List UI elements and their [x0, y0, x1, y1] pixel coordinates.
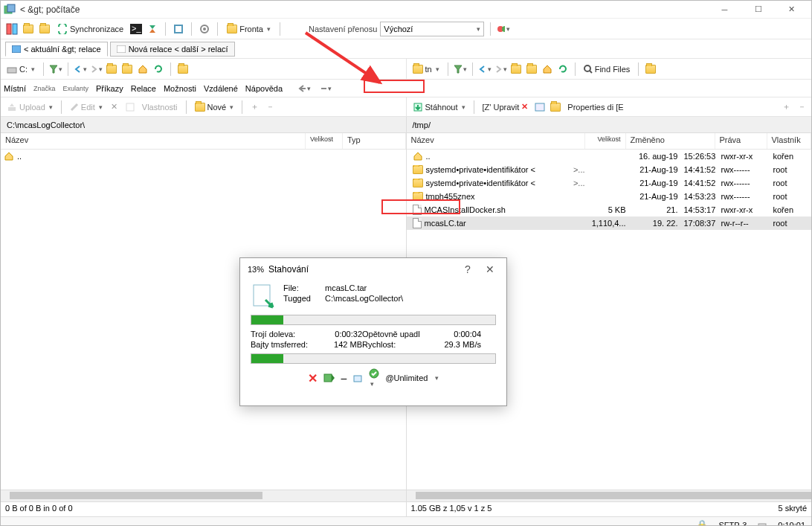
nav-fwd-icon[interactable]: ▾ — [318, 82, 332, 95]
dlg-time-value: 0:00:32 — [318, 330, 362, 339]
menu-options[interactable]: Možnosti — [164, 84, 196, 93]
menu-mark[interactable]: Značka — [33, 85, 56, 92]
local-actions: Upload▾ Edit▾ ✕ Vlastnosti Nové▾ ＋ － — [1, 97, 406, 116]
new-button[interactable]: Nové▾ — [192, 101, 237, 113]
dlg-skip-icon[interactable] — [323, 373, 335, 383]
local-up-folder-icon[interactable] — [105, 62, 118, 76]
upload-button[interactable]: Upload▾ — [4, 101, 56, 113]
remote-plus-icon[interactable]: ＋ — [779, 100, 793, 114]
dlg-speed-icon[interactable]: ▾ — [369, 368, 379, 388]
sync-folder2-icon[interactable] — [38, 22, 51, 36]
dlg-minimize-icon[interactable]: – — [341, 372, 347, 384]
rcol-name[interactable]: Název — [407, 133, 585, 149]
svg-rect-20 — [758, 524, 766, 527]
props-icon[interactable] — [123, 100, 137, 114]
edit-button[interactable]: Edit▾ — [67, 101, 106, 113]
svg-rect-1 — [7, 4, 15, 12]
rcol-changed[interactable]: Změněno — [626, 133, 715, 149]
rcol-rights[interactable]: Práva — [715, 133, 767, 149]
col-name[interactable]: Název — [1, 133, 306, 149]
terminal-icon[interactable]: >_ — [129, 22, 143, 36]
remote-refresh-icon[interactable] — [556, 62, 570, 76]
local-filter-icon[interactable]: ▾ — [49, 62, 62, 76]
local-home-icon[interactable] — [136, 62, 149, 76]
menu-local[interactable]: Místní — [4, 84, 26, 93]
table-row[interactable]: ..16. aug-1915:26:53rwxr-xr-xkořen — [407, 150, 812, 163]
dlg-background-icon[interactable] — [352, 373, 363, 383]
local-sync-icon[interactable] — [176, 62, 190, 76]
minus-icon[interactable]: － — [263, 100, 277, 114]
local-back-icon[interactable]: ▾ — [74, 62, 87, 76]
remote-h-scroll[interactable] — [407, 490, 812, 501]
remote-up-folder-icon[interactable] — [509, 62, 523, 76]
gear-icon[interactable] — [198, 22, 211, 36]
remote-path[interactable]: /tmp/ — [406, 117, 812, 133]
queue-button[interactable]: Fronta▾ — [224, 23, 274, 35]
table-row[interactable]: systemd•private•identifikátor <>...21-Au… — [407, 163, 812, 176]
find-files-button[interactable]: Find Files — [581, 63, 634, 75]
col-type[interactable]: Typ — [343, 133, 406, 149]
sync-folder-icon[interactable] — [22, 22, 35, 36]
dlg-speed-value: 29.3 MB/s — [436, 340, 481, 349]
remote-root-folder-icon[interactable] — [525, 62, 538, 76]
menu-help[interactable]: Nápověda — [245, 84, 283, 93]
delete-icon[interactable]: ✕ — [108, 100, 121, 114]
session-tab-new[interactable]: Nová relace < další > relací — [110, 42, 235, 57]
properties-button[interactable]: Vlastnosti — [139, 101, 181, 113]
disconnect-icon[interactable]: ▾ — [497, 22, 510, 36]
local-path[interactable]: C:\mcasLogCollector\ — [1, 117, 406, 133]
local-fwd-icon[interactable]: ▾ — [89, 62, 103, 76]
pane-icon[interactable] — [5, 22, 19, 36]
svg-rect-24 — [354, 376, 361, 382]
dlg-unlimited-label[interactable]: @Unlimited — [385, 373, 428, 382]
svg-rect-16 — [8, 107, 16, 111]
download-button[interactable]: Stáhnout▾ — [410, 100, 468, 114]
local-col-head[interactable]: Název Velikost Typ — [1, 133, 406, 150]
table-row[interactable]: mcasLC.tar1,110,4...19. 22.17:08:37rw-r-… — [407, 217, 812, 230]
local-drive-dropdown[interactable]: C:▾ — [4, 63, 38, 75]
menu-exulant[interactable]: Exulanty — [62, 85, 88, 92]
menu-commands[interactable]: Příkazy — [96, 84, 123, 93]
local-root-folder-icon[interactable] — [120, 62, 134, 76]
dlg-cancel-icon[interactable]: ✕ — [308, 371, 318, 385]
nav-back-icon[interactable]: ▾ — [297, 82, 311, 95]
rcol-owner[interactable]: Vlastník — [767, 133, 812, 149]
local-h-scroll[interactable] — [1, 490, 406, 501]
remote-sync-icon[interactable] — [644, 62, 657, 76]
dlg-menu-caret[interactable]: ▾ — [435, 374, 439, 382]
transfer-icon[interactable] — [146, 22, 159, 36]
refresh-icon[interactable] — [172, 22, 185, 36]
maximize-button[interactable]: ☐ — [741, 1, 775, 18]
remote-filter-icon[interactable]: ▾ — [454, 62, 467, 76]
remote-minus-icon[interactable]: － — [795, 100, 808, 114]
menu-session[interactable]: Relace — [131, 84, 156, 93]
remote-col-head[interactable]: Název Velikost Změněno Práva Vlastník — [407, 133, 812, 150]
menu-remote[interactable]: Vzdálené — [204, 84, 238, 93]
dialog-close-button[interactable]: ✕ — [481, 263, 499, 275]
synchronize-button[interactable]: Synchronizace — [54, 22, 126, 36]
dialog-help-button[interactable]: ? — [459, 263, 477, 275]
elapsed-time: 0:10:01 — [778, 521, 805, 527]
table-row[interactable]: systemd•private•identifikátor <>...21-Au… — [407, 176, 812, 190]
remote-home-icon[interactable] — [541, 62, 554, 76]
remote-back-icon[interactable]: ▾ — [478, 62, 492, 76]
list-item-up[interactable]: .. — [1, 150, 406, 163]
col-size[interactable]: Velikost — [306, 133, 343, 149]
plus-icon[interactable]: ＋ — [248, 100, 261, 114]
remote-new-icon[interactable] — [549, 100, 562, 114]
rcol-size[interactable]: Velikost — [585, 133, 626, 149]
remote-fwd-icon[interactable]: ▾ — [494, 62, 507, 76]
remote-props-icon[interactable] — [533, 100, 547, 114]
svg-rect-11 — [12, 45, 21, 53]
session-tab-active[interactable]: < aktuální &gt; relace — [5, 42, 108, 57]
dlg-file-label: File: — [283, 283, 325, 292]
remote-drive-dropdown[interactable]: tn▾ — [410, 63, 442, 75]
remote-properties-button[interactable]: Properties di [E — [564, 101, 626, 113]
minimize-button[interactable]: ─ — [708, 1, 741, 18]
local-refresh-icon[interactable] — [152, 62, 165, 76]
transfer-setting-dropdown[interactable]: Výchozí▾ — [380, 22, 484, 36]
table-row[interactable]: tmph455znex21-Aug-1914:53:23rwx------roo… — [407, 190, 812, 203]
close-button[interactable]: ✕ — [775, 1, 808, 18]
table-row[interactable]: MCASInstallDocker.sh5 KB21.14:53:17rwxr-… — [407, 203, 812, 217]
remote-edit-button[interactable]: [Z' Upravit✕ — [480, 100, 532, 113]
